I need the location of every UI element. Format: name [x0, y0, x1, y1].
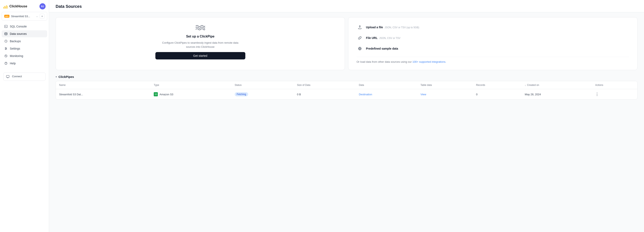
row-data[interactable]: Destination — [356, 89, 417, 100]
col-created-on: ↓ Created on — [522, 81, 592, 89]
sidebar-item-backups-label: Backups — [10, 40, 21, 43]
sidebar-header: ClickHouse RJ — [0, 0, 49, 12]
clickpipes-section: ▾ ClickPipes Name Type Status Size of Da… — [56, 75, 638, 100]
upload-footer: Or load data from other data sources usi… — [356, 57, 629, 63]
sidebar-item-data-sources[interactable]: Data sources — [2, 30, 47, 37]
row-actions[interactable]: ⋮ — [592, 89, 637, 100]
row-type: S3 Amazon S3 — [150, 89, 231, 100]
nav-divider — [2, 67, 47, 70]
svg-point-12 — [5, 48, 6, 48]
col-name: Name — [56, 81, 150, 89]
view-link[interactable]: View — [420, 93, 426, 96]
row-table-data[interactable]: View — [417, 89, 473, 100]
monitor-icon — [6, 75, 10, 78]
col-type: Type — [150, 81, 231, 89]
sidebar-item-help-label: Help — [10, 62, 16, 65]
connect-label: Connect — [6, 75, 43, 78]
add-workspace-button[interactable]: + — [40, 14, 44, 19]
connect-section[interactable]: Connect — [3, 73, 46, 81]
svg-rect-1 — [4, 6, 5, 9]
clickpipes-table-container: Name Type Status Size of Data Data Table… — [56, 81, 638, 100]
clickpipes-section-title: ClickPipes — [58, 75, 74, 78]
sidebar-item-monitoring-label: Monitoring — [10, 54, 23, 58]
predefined-sample-text: Predefined sample data — [366, 47, 398, 50]
avatar: RJ — [40, 3, 46, 10]
grid-icon — [356, 45, 363, 52]
file-url-text: File URL JSON, CSV or TSV — [366, 36, 400, 40]
page-content: Set up a ClickPipe Configure ClickPipes … — [49, 12, 644, 104]
wave-icon — [196, 24, 205, 32]
col-actions: Actions — [592, 81, 637, 89]
integrations-link[interactable]: 100+ supported integrations. — [412, 60, 446, 63]
svg-point-13 — [6, 48, 7, 49]
section-header[interactable]: ▾ ClickPipes — [56, 75, 638, 78]
app-name: ClickHouse — [10, 5, 27, 8]
link-icon — [356, 35, 363, 41]
help-circle-icon — [4, 61, 8, 65]
page-header: Data Sources — [49, 0, 644, 12]
table-row: Streamfold S3 Dat... S3 Amazon S3 Fetchi… — [56, 89, 637, 100]
sidebar-item-sql-console[interactable]: SQL Console — [2, 23, 47, 30]
status-badge: Fetching — [235, 92, 248, 96]
clickpipe-card-desc: Configure ClickPipes to seamlessly inges… — [162, 41, 239, 49]
col-table-data: Table data — [417, 81, 473, 89]
sliders-icon — [4, 47, 8, 50]
sidebar-item-monitoring[interactable]: Monitoring — [2, 52, 47, 59]
aws-badge: aws — [4, 15, 10, 18]
upload-card: Upload a file JSON, CSV or TSV (up to 5G… — [348, 17, 638, 70]
sidebar-item-backups[interactable]: Backups — [2, 38, 47, 45]
chevron-down-icon: ⌄ — [36, 15, 38, 18]
sidebar-item-sql-console-label: SQL Console — [10, 25, 27, 28]
col-records: Records — [473, 81, 521, 89]
upload-file-option[interactable]: Upload a file JSON, CSV or TSV (up to 5G… — [356, 24, 629, 31]
logo: ClickHouse — [3, 4, 38, 9]
clickpipe-card-title: Set up a ClickPipe — [186, 35, 214, 38]
page-title: Data Sources — [56, 4, 638, 9]
sidebar-item-data-sources-label: Data sources — [10, 32, 26, 36]
col-size: Size of Data — [294, 81, 356, 89]
upload-file-icon — [356, 24, 363, 31]
sidebar-item-settings-label: Settings — [10, 47, 20, 50]
svg-point-22 — [359, 48, 360, 49]
predefined-sample-option[interactable]: Predefined sample data — [356, 45, 629, 52]
file-url-option[interactable]: File URL JSON, CSV or TSV — [356, 35, 629, 41]
row-status: Fetching — [232, 89, 294, 100]
svg-rect-0 — [3, 7, 4, 9]
col-status: Status — [232, 81, 294, 89]
svg-point-17 — [6, 64, 6, 64]
col-data: Data — [356, 81, 417, 89]
sidebar-item-settings[interactable]: Settings — [2, 45, 47, 52]
actions-menu-button[interactable]: ⋮ — [595, 92, 599, 96]
terminal-icon — [4, 25, 8, 28]
row-name: Streamfold S3 Dat... — [56, 89, 150, 100]
main-content: Data Sources Set up a ClickPipe Configur… — [49, 0, 644, 232]
get-started-button[interactable]: Get started — [156, 52, 245, 59]
sort-icon: ↓ — [525, 84, 526, 86]
destination-link[interactable]: Destination — [359, 93, 372, 96]
row-records: 0 — [473, 89, 521, 100]
svg-point-14 — [5, 49, 6, 50]
database-icon — [4, 32, 8, 36]
clock-icon — [4, 39, 8, 43]
table-body: Streamfold S3 Dat... S3 Amazon S3 Fetchi… — [56, 89, 637, 100]
clickpipes-table: Name Type Status Size of Data Data Table… — [56, 81, 637, 99]
clickpipe-setup-card: Set up a ClickPipe Configure ClickPipes … — [56, 17, 345, 70]
svg-rect-18 — [6, 75, 9, 77]
workspace-name: Streamfold S3... — [11, 15, 34, 18]
svg-rect-2 — [5, 6, 6, 9]
sidebar-item-help[interactable]: Help — [2, 60, 47, 67]
cards-row: Set up a ClickPipe Configure ClickPipes … — [56, 17, 638, 70]
logo-icon — [3, 4, 8, 9]
table-header: Name Type Status Size of Data Data Table… — [56, 81, 637, 89]
collapse-icon: ▾ — [56, 75, 57, 78]
activity-icon — [4, 54, 8, 58]
nav-items: SQL Console Data sources Backups — [0, 23, 49, 82]
workspace-selector[interactable]: aws Streamfold S3... ⌄ + — [2, 12, 47, 21]
svg-rect-3 — [6, 5, 7, 9]
row-created-on: May 28, 2024 — [522, 89, 592, 100]
upload-file-text: Upload a file JSON, CSV or TSV (up to 5G… — [366, 26, 419, 29]
s3-icon: S3 — [154, 92, 158, 96]
sidebar: ClickHouse RJ aws Streamfold S3... ⌄ + S… — [0, 0, 49, 232]
svg-point-7 — [5, 33, 7, 33]
row-size: 0 B — [294, 89, 356, 100]
